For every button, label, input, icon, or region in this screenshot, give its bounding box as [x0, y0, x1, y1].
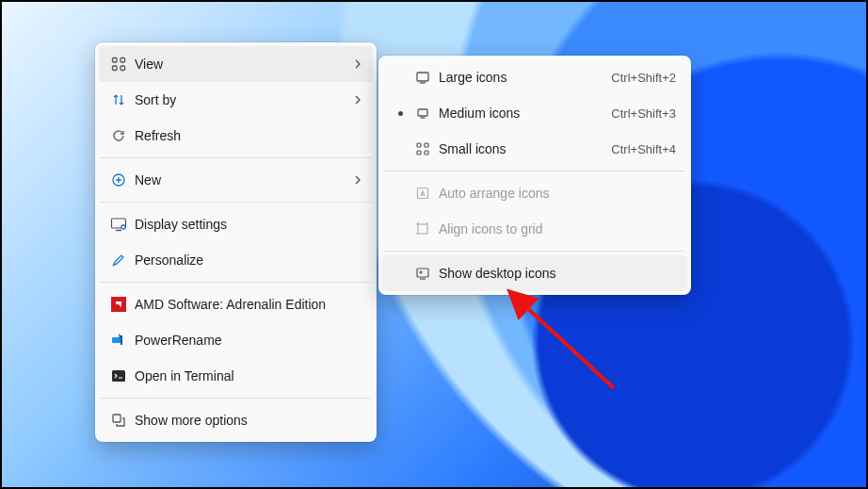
menu-item-label: Refresh: [131, 128, 362, 143]
menu-item-label: Personalize: [131, 253, 362, 268]
menu-item-label: AMD Software: Adrenalin Edition: [131, 297, 362, 312]
menu-item-label: Large icons: [435, 70, 611, 85]
svg-rect-16: [417, 151, 421, 155]
separator: [101, 202, 371, 203]
chevron-right-icon: [354, 59, 362, 69]
menu-item-large-icons[interactable]: Large icons Ctrl+Shift+2: [382, 59, 687, 95]
menu-item-small-icons[interactable]: Small icons Ctrl+Shift+4: [382, 131, 687, 167]
refresh-icon: [106, 128, 131, 143]
separator: [101, 398, 371, 399]
menu-item-powerrename[interactable]: PowerRename: [99, 322, 373, 358]
svg-rect-3: [121, 66, 125, 71]
menu-item-display-settings[interactable]: Display settings: [99, 206, 373, 242]
shortcut-text: Ctrl+Shift+4: [611, 142, 676, 156]
large-icons-icon: [410, 70, 435, 85]
svg-rect-18: [418, 188, 428, 199]
show-desktop-icons-icon: [410, 266, 435, 281]
terminal-icon: [106, 368, 131, 383]
powerrename-icon: [106, 333, 131, 348]
chevron-right-icon: [354, 95, 362, 105]
amd-icon: [106, 297, 131, 312]
svg-point-6: [121, 225, 125, 229]
new-icon: [106, 172, 131, 187]
radio-indicator: [390, 111, 410, 116]
menu-item-align-to-grid[interactable]: Align icons to grid: [382, 211, 687, 247]
shortcut-text: Ctrl+Shift+2: [611, 71, 676, 85]
align-grid-icon: [410, 221, 435, 236]
menu-item-label: Align icons to grid: [435, 221, 676, 236]
menu-item-label: New: [131, 172, 354, 187]
menu-item-open-in-terminal[interactable]: Open in Terminal: [99, 358, 373, 394]
menu-item-label: PowerRename: [131, 333, 362, 348]
svg-rect-17: [425, 151, 428, 155]
menu-item-label: Sort by: [131, 92, 354, 107]
context-menu-main: View Sort by Refresh: [95, 42, 377, 442]
svg-rect-10: [112, 370, 125, 382]
chevron-right-icon: [354, 175, 362, 185]
menu-item-refresh[interactable]: Refresh: [99, 118, 373, 154]
menu-item-label: Open in Terminal: [131, 368, 362, 383]
svg-rect-0: [113, 58, 118, 63]
menu-item-sort-by[interactable]: Sort by: [99, 82, 373, 118]
separator: [384, 171, 685, 171]
menu-item-new[interactable]: New: [99, 162, 373, 198]
menu-item-show-desktop-icons[interactable]: Show desktop icons: [382, 255, 687, 291]
menu-item-view[interactable]: View: [99, 46, 373, 82]
svg-rect-19: [418, 224, 427, 234]
svg-rect-12: [417, 73, 428, 81]
separator: [101, 282, 371, 283]
svg-rect-20: [417, 269, 428, 277]
menu-item-amd-software[interactable]: AMD Software: Adrenalin Edition: [99, 286, 373, 322]
medium-icons-icon: [410, 106, 435, 121]
menu-item-label: Auto arrange icons: [435, 186, 676, 201]
menu-item-label: View: [131, 57, 354, 72]
separator: [101, 157, 371, 158]
svg-rect-13: [418, 109, 427, 116]
small-icons-icon: [410, 141, 435, 156]
svg-rect-14: [417, 143, 421, 147]
sort-icon: [106, 92, 131, 107]
menu-item-personalize[interactable]: Personalize: [99, 242, 373, 278]
shortcut-text: Ctrl+Shift+3: [611, 106, 676, 121]
display-settings-icon: [106, 217, 131, 232]
svg-rect-11: [113, 415, 121, 422]
menu-item-show-more-options[interactable]: Show more options: [99, 402, 373, 438]
menu-item-auto-arrange[interactable]: Auto arrange icons: [382, 175, 687, 211]
svg-point-21: [419, 270, 422, 273]
menu-item-label: Small icons: [435, 141, 611, 156]
svg-rect-15: [425, 143, 428, 147]
menu-item-label: Display settings: [131, 217, 362, 232]
separator: [384, 251, 685, 252]
menu-item-label: Medium icons: [435, 106, 611, 121]
personalize-icon: [106, 253, 131, 268]
menu-item-label: Show desktop icons: [435, 266, 676, 281]
menu-item-medium-icons[interactable]: Medium icons Ctrl+Shift+3: [382, 95, 687, 131]
menu-item-label: Show more options: [131, 413, 362, 428]
show-more-icon: [106, 413, 131, 428]
context-menu-view-submenu: Large icons Ctrl+Shift+2 Medium icons Ct…: [378, 56, 691, 295]
svg-rect-2: [113, 66, 118, 71]
auto-arrange-icon: [410, 186, 435, 201]
view-icon: [106, 57, 131, 72]
svg-rect-1: [121, 58, 125, 63]
